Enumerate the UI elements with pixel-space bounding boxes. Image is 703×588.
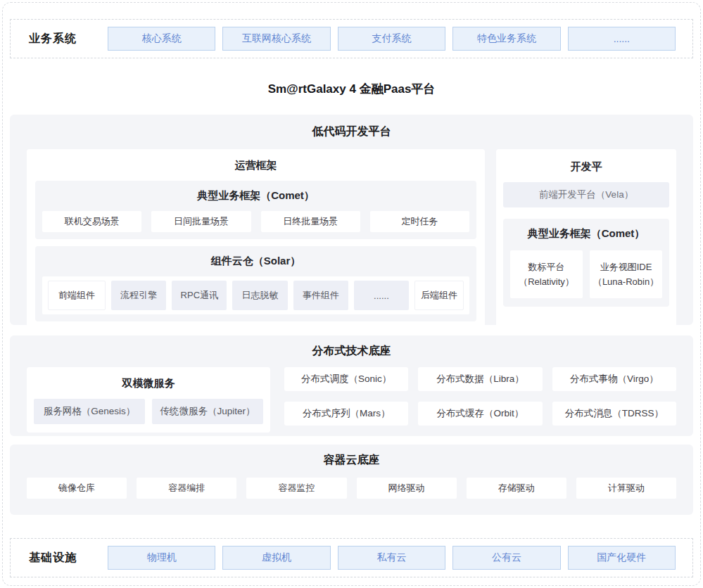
dual-mode-items: 服务网格（Genesis） 传统微服务（Jupiter）: [34, 399, 263, 424]
chip-public-cloud: 公有云: [452, 546, 560, 570]
chip-relativity-platform: 数标平台 （Relativity）: [510, 250, 583, 298]
chip-container-monitoring: 容器监控: [246, 478, 346, 499]
chip-daytime-batch-scene: 日间批量场景: [151, 211, 251, 232]
chip-virgo-transaction: 分布式事物（Virgo）: [552, 367, 676, 391]
chip-online-trading-scene: 联机交易场景: [42, 211, 141, 232]
chip-rpc-comm: RPC通讯: [172, 281, 227, 310]
platform-title: Sm@rtGalaxy 4 金融Paas平台: [10, 82, 693, 96]
chip-relativity-code: （Relativity）: [519, 274, 574, 289]
chip-internet-core-system: 互联网核心系统: [222, 27, 330, 51]
chip-network-driver: 网络驱动: [357, 478, 457, 499]
chip-sonic-scheduling: 分布式调度（Sonic）: [284, 367, 408, 391]
chip-log-masking: 日志脱敏: [232, 281, 287, 310]
chip-process-engine: 流程引擎: [111, 281, 166, 310]
lowcode-body: 运营框架 典型业务框架（Comet） 联机交易场景 日间批量场景 日终批量场景 …: [27, 149, 676, 328]
dev-platform-box: 开发平 前端开发平台（Vela） 典型业务框架（Comet） 数标平台 （Rel…: [496, 149, 676, 328]
dev-comet-box: 典型业务框架（Comet） 数标平台 （Relativity） 业务视图IDE …: [503, 219, 669, 307]
dual-mode-title: 双模微服务: [34, 377, 263, 390]
chip-tdrss-messaging: 分布式消息（TDRSS）: [552, 402, 676, 426]
chip-backend-component: 后端组件: [414, 281, 464, 310]
chip-endofday-batch-scene: 日终批量场景: [261, 211, 360, 232]
chip-compute-driver: 计算驱动: [576, 478, 676, 499]
container-cloud-title: 容器云底座: [27, 453, 676, 468]
container-cloud-panel: 容器云底座 镜像仓库 容器编排 容器监控 网络驱动 存储驱动 计算驱动: [10, 445, 693, 515]
infrastructure-row: 基础设施 物理机 虚拟机 私有云 公有云 国产化硬件: [10, 538, 693, 577]
infrastructure-label: 基础设施: [29, 551, 108, 565]
chip-event-component: 事件组件: [293, 281, 348, 310]
chip-libra-data: 分布式数据（Libra）: [418, 367, 542, 391]
dev-comet-title: 典型业务框架（Comet）: [510, 227, 662, 241]
chip-image-registry: 镜像仓库: [27, 478, 127, 499]
solar-items-row: 前端组件 流程引擎 RPC通讯 日志脱敏 事件组件 ...... 后端组件: [42, 276, 469, 314]
chip-physical-machine: 物理机: [108, 546, 215, 570]
business-systems-row: 业务系统 核心系统 互联网核心系统 支付系统 特色业务系统 ......: [10, 19, 693, 58]
solar-warehouse-box: 组件云仓（Solar） 前端组件 流程引擎 RPC通讯 日志脱敏 事件组件 ..…: [35, 246, 476, 321]
lowcode-platform-title: 低代码开发平台: [27, 124, 676, 139]
chip-core-system: 核心系统: [108, 27, 215, 51]
distributed-grid: 分布式调度（Sonic） 分布式数据（Libra） 分布式事物（Virgo） 分…: [284, 367, 676, 433]
distributed-base-panel: 分布式技术底座 双模微服务 服务网格（Genesis） 传统微服务（Jupite…: [10, 335, 693, 436]
chip-luna-robin-name: 业务视图IDE: [600, 260, 652, 274]
comet-framework-box: 典型业务框架（Comet） 联机交易场景 日间批量场景 日终批量场景 定时任务: [35, 181, 476, 239]
chip-domestic-hardware: 国产化硬件: [568, 546, 676, 570]
solar-warehouse-title: 组件云仓（Solar）: [42, 255, 469, 268]
chip-private-cloud: 私有云: [338, 546, 445, 570]
infrastructure-items: 物理机 虚拟机 私有云 公有云 国产化硬件: [108, 546, 676, 570]
chip-solar-ellipsis: ......: [354, 281, 409, 310]
chip-virtual-machine: 虚拟机: [222, 546, 330, 570]
chip-scheduled-task: 定时任务: [370, 211, 469, 232]
business-systems-items: 核心系统 互联网核心系统 支付系统 特色业务系统 ......: [108, 27, 676, 51]
chip-vela-frontend-platform: 前端开发平台（Vela）: [503, 182, 669, 207]
distributed-body: 双模微服务 服务网格（Genesis） 传统微服务（Jupiter） 分布式调度…: [27, 367, 676, 433]
chip-luna-robin-code: （Luna-Robin）: [593, 274, 659, 289]
dual-mode-microservice-box: 双模微服务 服务网格（Genesis） 传统微服务（Jupiter）: [27, 367, 270, 433]
chip-mars-sequence: 分布式序列（Mars）: [284, 402, 408, 426]
chip-storage-driver: 存储驱动: [467, 478, 566, 499]
chip-container-orchestration: 容器编排: [137, 478, 236, 499]
comet-framework-title: 典型业务框架（Comet）: [42, 189, 469, 203]
chip-ellipsis: ......: [568, 27, 676, 51]
chip-special-business-system: 特色业务系统: [452, 27, 560, 51]
lowcode-platform-panel: 低代码开发平台 运营框架 典型业务框架（Comet） 联机交易场景 日间批量场景…: [10, 115, 693, 325]
dev-comet-items: 数标平台 （Relativity） 业务视图IDE （Luna-Robin）: [510, 250, 662, 298]
chip-luna-robin-ide: 业务视图IDE （Luna-Robin）: [590, 250, 662, 298]
comet-items-row: 联机交易场景 日间批量场景 日终批量场景 定时任务: [42, 211, 469, 232]
distributed-base-title: 分布式技术底座: [27, 344, 676, 359]
operation-framework-title: 运营框架: [35, 159, 476, 172]
diagram-content: 业务系统 核心系统 互联网核心系统 支付系统 特色业务系统 ...... Sm@…: [10, 19, 693, 577]
dev-platform-title: 开发平: [503, 160, 669, 174]
chip-genesis-service-mesh: 服务网格（Genesis）: [34, 399, 145, 424]
operation-framework-box: 运营框架 典型业务框架（Comet） 联机交易场景 日间批量场景 日终批量场景 …: [27, 149, 485, 328]
chip-jupiter-microservice: 传统微服务（Jupiter）: [152, 399, 263, 424]
container-cloud-items: 镜像仓库 容器编排 容器监控 网络驱动 存储驱动 计算驱动: [27, 478, 676, 499]
chip-relativity-name: 数标平台: [528, 260, 565, 274]
chip-orbit-cache: 分布式缓存（Orbit）: [418, 402, 542, 426]
architecture-diagram: 业务系统 核心系统 互联网核心系统 支付系统 特色业务系统 ...... Sm@…: [0, 0, 703, 588]
chip-frontend-component: 前端组件: [48, 281, 106, 310]
chip-payment-system: 支付系统: [338, 27, 445, 51]
business-systems-label: 业务系统: [29, 32, 108, 46]
